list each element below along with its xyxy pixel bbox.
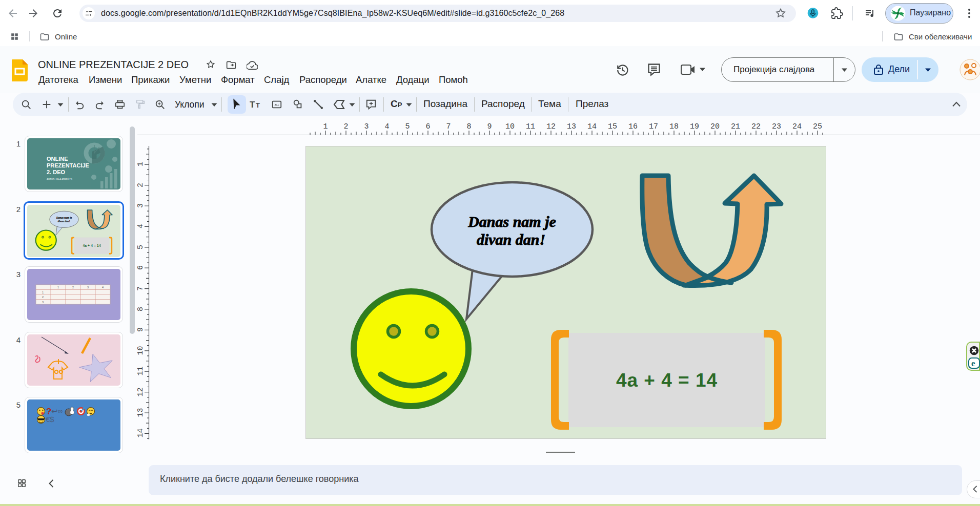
svg-text:e: e [971,359,975,368]
